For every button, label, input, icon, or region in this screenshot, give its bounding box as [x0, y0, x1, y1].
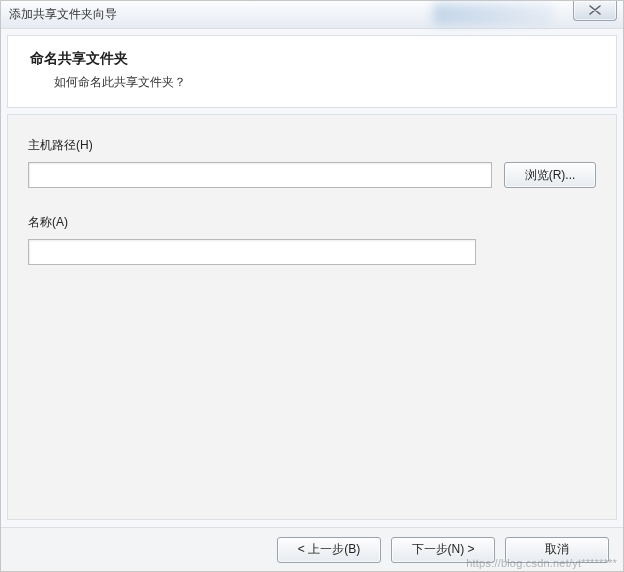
wizard-body: 主机路径(H) 浏览(R)... 名称(A) [7, 114, 617, 520]
cancel-button[interactable]: 取消 [505, 537, 609, 563]
back-button[interactable]: < 上一步(B) [277, 537, 381, 563]
host-path-label: 主机路径(H) [28, 137, 596, 154]
close-button[interactable] [573, 1, 617, 21]
title-bar: 添加共享文件夹向导 [1, 1, 623, 29]
wizard-window: 添加共享文件夹向导 命名共享文件夹 如何命名此共享文件夹？ 主机路径(H) 浏览… [0, 0, 624, 572]
window-title: 添加共享文件夹向导 [9, 6, 117, 23]
next-button[interactable]: 下一步(N) > [391, 537, 495, 563]
host-path-group: 主机路径(H) 浏览(R)... [28, 137, 596, 188]
name-label: 名称(A) [28, 214, 596, 231]
name-input[interactable] [28, 239, 476, 265]
wizard-footer: < 上一步(B) 下一步(N) > 取消 [1, 527, 623, 571]
wizard-step-title: 命名共享文件夹 [30, 50, 594, 68]
wizard-header: 命名共享文件夹 如何命名此共享文件夹？ [7, 35, 617, 108]
close-icon [589, 4, 601, 18]
host-path-input[interactable] [28, 162, 492, 188]
wizard-step-subtitle: 如何命名此共享文件夹？ [54, 74, 594, 91]
titlebar-blur [433, 3, 553, 25]
browse-button[interactable]: 浏览(R)... [504, 162, 596, 188]
name-group: 名称(A) [28, 214, 596, 265]
